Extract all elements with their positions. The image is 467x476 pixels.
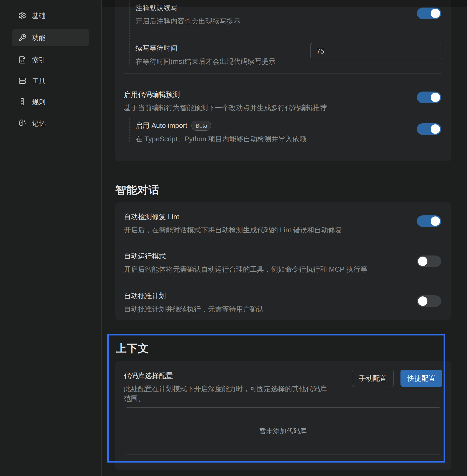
toggle-knob [431,216,440,226]
setting-description: 基于当前编辑行为智能预测下一个改动点并生成多行代码编辑推荐 [124,103,407,113]
chat-section-title: 智能对话 [115,183,159,197]
setting-title: 启用 Auto import [135,121,187,130]
gear-icon [18,12,26,20]
file-code-icon [18,56,26,64]
sidebar-item-features[interactable]: 功能 [12,29,89,46]
setting-description: 自动批准计划并继续执行，无需等待用户确认 [124,304,407,314]
sidebar-item-label: 工具 [32,76,46,85]
server-icon [18,77,26,85]
row-divider [135,30,442,30]
wait-time-row: 续写等待时间 在等待时间(ms)结束后才会出现代码续写提示 [135,44,308,66]
codebase-config-row: 代码库选择配置 此处配置在计划模式下开启深度能力时，可固定选择的其他代码库范围。 [124,371,331,404]
group-divider [124,73,442,74]
sidebar-item-rules[interactable]: 规则 [12,93,89,110]
auto-approve-row: 自动批准计划 自动批准计划并继续执行，无需等待用户确认 [124,291,407,314]
quick-config-button[interactable]: 快捷配置 [400,370,442,387]
settings-sidebar: 基础 功能 索引 工具 规则 记忆 [0,0,102,476]
sidebar-item-tools[interactable]: 工具 [12,72,89,89]
context-card: 代码库选择配置 此处配置在计划模式下开启深度能力时，可固定选择的其他代码库范围。… [115,361,451,470]
setting-title: 自动检测修复 Lint [124,212,407,222]
nested-group-guide [129,118,130,142]
row-divider [124,285,442,285]
manual-config-button[interactable]: 手动配置 [352,370,394,387]
setting-description: 开启后注释内容也会出现续写提示 [135,16,405,26]
sidebar-item-label: 规则 [32,97,46,106]
comment-completion-toggle[interactable] [417,8,441,19]
settings-page: 基础 功能 索引 工具 规则 记忆 注释默认续写 开启后注释内容也会出现续写提示 [0,0,467,476]
toggle-knob [418,296,427,306]
edit-prediction-row: 启用代码编辑预测 基于当前编辑行为智能预测下一个改动点并生成多行代码编辑推荐 [124,90,407,113]
nested-group-guide [129,1,130,66]
tools-icon [18,34,26,42]
toggle-knob [418,257,427,266]
setting-title: 自动批准计划 [124,291,407,301]
auto-import-toggle[interactable] [417,123,441,135]
toggle-knob [431,124,440,134]
lint-autofix-row: 自动检测修复 Lint 开启后，在智能对话模式下将自动检测生成代码的 Lint … [124,212,407,235]
sidebar-item-label: 索引 [32,55,46,64]
setting-description: 开启后智能体将无需确认自动运行合理的工具，例如命令行执行和 MCP 执行等 [124,265,407,274]
sidebar-item-index[interactable]: 索引 [12,51,89,68]
sidebar-item-label: 记忆 [32,119,46,128]
sidebar-item-basic[interactable]: 基础 [12,7,89,24]
row-divider [124,242,442,242]
empty-state-text: 暂未添加代码库 [260,426,307,435]
setting-description: 开启后，在智能对话模式下将自动检测生成代码的 Lint 错误和自动修复 [124,225,407,235]
setting-title: 代码库选择配置 [124,371,331,380]
toggle-knob [431,93,440,102]
setting-description: 在等待时间(ms)结束后才会出现代码续写提示 [135,57,308,66]
sidebar-item-label: 基础 [32,11,46,20]
code-completion-card: 注释默认续写 开启后注释内容也会出现续写提示 续写等待时间 在等待时间(ms)结… [115,0,451,161]
chat-settings-card: 自动检测修复 Lint 开启后，在智能对话模式下将自动检测生成代码的 Lint … [115,202,451,320]
sidebar-item-memory[interactable]: 记忆 [12,115,89,132]
edit-prediction-toggle[interactable] [417,92,441,103]
auto-approve-toggle[interactable] [417,295,441,307]
setting-title: 续写等待时间 [135,44,308,53]
setting-title: 注释默认续写 [135,3,405,13]
auto-run-toggle[interactable] [417,256,441,267]
setting-description: 在 TypeScript、Python 项目内能够自动检测并导入依赖 [135,134,405,144]
auto-import-row: 启用 Auto import Beta 在 TypeScript、Python … [135,121,405,144]
comment-completion-row: 注释默认续写 开启后注释内容也会出现续写提示 [135,3,405,26]
setting-title: 启用代码编辑预测 [124,90,407,99]
setting-title: 自动运行模式 [124,251,407,261]
ruler-icon [18,98,26,106]
auto-run-row: 自动运行模式 开启后智能体将无需确认自动运行合理的工具，例如命令行执行和 MCP… [124,251,407,274]
context-section-title: 上下文 [116,341,149,356]
brain-icon [18,119,26,127]
lint-autofix-toggle[interactable] [417,215,441,227]
beta-badge: Beta [191,121,211,131]
setting-description: 此处配置在计划模式下开启深度能力时，可固定选择的其他代码库范围。 [124,384,330,404]
wait-time-input[interactable] [310,43,442,59]
sidebar-item-label: 功能 [32,33,46,42]
codebase-empty-state: 暂未添加代码库 [124,407,442,454]
toggle-knob [431,9,440,18]
